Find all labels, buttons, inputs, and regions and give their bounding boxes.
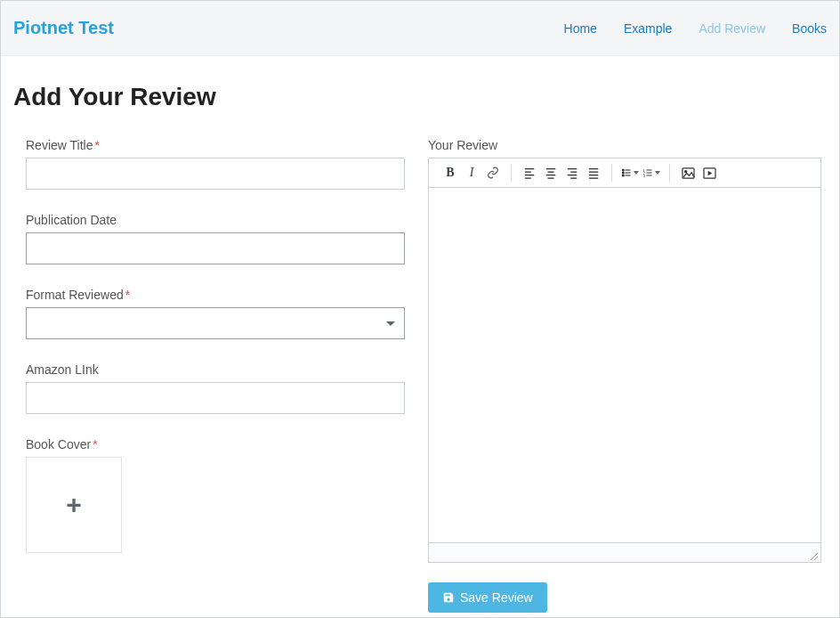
bold-button[interactable]: B: [441, 164, 459, 182]
save-icon: [442, 591, 455, 604]
chevron-down-icon: [655, 171, 660, 175]
amazon-link-input[interactable]: [26, 382, 405, 414]
format-reviewed-select[interactable]: [26, 307, 405, 339]
select-caret-icon: [386, 321, 395, 326]
insert-embed-button[interactable]: [700, 164, 718, 182]
number-list-icon: 1 2 3: [642, 167, 653, 179]
rich-text-editor: B I: [428, 158, 821, 563]
amazon-link-label: Amazon LInk: [26, 362, 405, 377]
editor-footer: [429, 542, 820, 562]
your-review-label: Your Review: [428, 138, 821, 152]
publication-date-label: Publication Date: [26, 213, 405, 227]
format-reviewed-label: Format Reviewed*: [26, 288, 405, 302]
svg-point-16: [622, 169, 624, 171]
link-icon: [487, 167, 499, 179]
nav-books[interactable]: Books: [792, 21, 827, 36]
number-list-button[interactable]: 1 2 3: [642, 164, 660, 182]
align-center-button[interactable]: [542, 164, 560, 182]
insert-image-button[interactable]: [679, 164, 697, 182]
italic-button[interactable]: I: [463, 164, 481, 182]
save-review-button[interactable]: Save Review: [428, 582, 547, 613]
chevron-down-icon: [634, 171, 639, 175]
bullet-list-button[interactable]: [621, 164, 639, 182]
link-button[interactable]: [484, 164, 502, 182]
page-title: Add Your Review: [13, 83, 827, 111]
book-cover-label: Book Cover*: [26, 437, 405, 451]
align-right-button[interactable]: [563, 164, 581, 182]
review-editor-body[interactable]: [429, 188, 820, 542]
topbar: Piotnet Test Home Example Add Review Boo…: [1, 1, 839, 56]
image-icon: [682, 167, 695, 179]
review-title-input[interactable]: [26, 158, 405, 190]
align-left-icon: [523, 167, 536, 179]
brand-title: Piotnet Test: [13, 18, 114, 38]
svg-point-20: [622, 175, 624, 176]
nav-add-review[interactable]: Add Review: [699, 21, 765, 36]
align-left-button[interactable]: [521, 164, 538, 182]
plus-icon: +: [66, 492, 82, 518]
embed-icon: [703, 167, 716, 179]
main-nav: Home Example Add Review Books: [564, 21, 827, 36]
svg-line-33: [814, 557, 818, 560]
align-justify-button[interactable]: [585, 164, 602, 182]
svg-line-32: [811, 553, 818, 560]
resize-icon: [809, 551, 818, 560]
resize-handle[interactable]: [809, 551, 818, 560]
svg-point-18: [622, 172, 624, 174]
svg-marker-31: [707, 170, 712, 175]
nav-home[interactable]: Home: [564, 21, 597, 36]
editor-toolbar: B I: [429, 159, 820, 188]
align-center-icon: [545, 167, 557, 179]
bullet-list-icon: [621, 167, 632, 179]
review-title-label: Review Title*: [26, 138, 405, 152]
publication-date-input[interactable]: [26, 232, 405, 264]
book-cover-upload[interactable]: +: [26, 457, 122, 553]
svg-point-29: [684, 170, 686, 172]
svg-text:3: 3: [643, 175, 645, 178]
align-right-icon: [566, 167, 578, 179]
nav-example[interactable]: Example: [624, 21, 672, 36]
align-justify-icon: [587, 167, 600, 179]
